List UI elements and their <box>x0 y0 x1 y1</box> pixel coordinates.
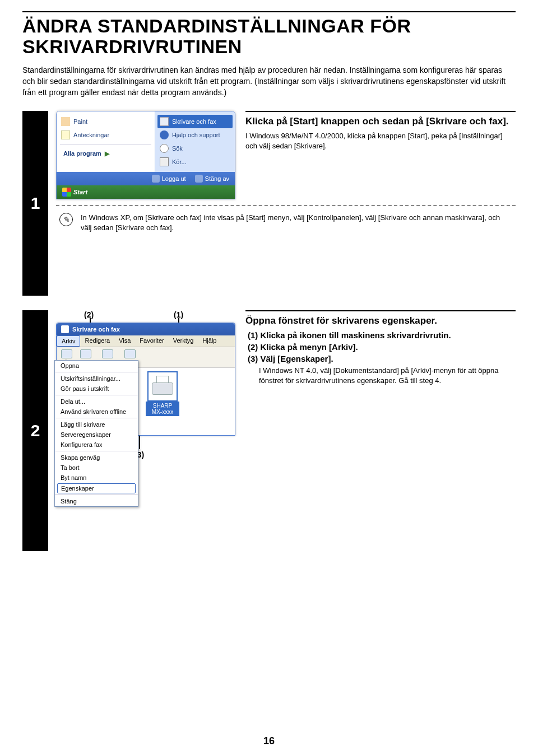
logout-button[interactable]: Logga ut <box>152 175 186 183</box>
ctx-pause[interactable]: Gör paus i utskrift <box>55 384 138 394</box>
ctx-share[interactable]: Dela ut... <box>55 396 138 407</box>
start-menu-item-help[interactable]: Hjälp och support <box>157 128 233 142</box>
shutdown-icon <box>195 175 203 183</box>
ctx-close[interactable]: Stäng <box>55 496 138 506</box>
top-rule <box>22 11 516 12</box>
help-icon <box>160 130 169 139</box>
printer-label: SHARP MX-xxxx <box>146 402 179 416</box>
start-label: Start <box>73 189 87 195</box>
run-icon <box>160 157 169 166</box>
help-label: Hjälp och support <box>172 132 220 138</box>
screenshot-printers-window: (2) (1) Skrivare och fax Arkiv Redigera … <box>56 310 235 450</box>
step-2-heading: Öppna fönstret för skrivarens egenskaper… <box>245 315 516 327</box>
start-menu-item-paint[interactable]: Paint <box>59 115 152 128</box>
ctx-print-settings[interactable]: Utskriftsinställningar... <box>55 374 138 384</box>
page-number: 16 <box>0 735 538 747</box>
printer-driver-icon[interactable] <box>150 374 175 399</box>
dashed-separator <box>56 205 516 206</box>
logout-icon <box>152 175 160 183</box>
taskbar-start-button[interactable]: Start <box>57 185 235 199</box>
shutdown-button[interactable]: Stäng av <box>195 175 229 183</box>
step-1-detail: I Windows 98/Me/NT 4.0/2000, klicka på k… <box>245 131 516 151</box>
folders-icon <box>102 349 113 358</box>
ctx-rename[interactable]: Byt namn <box>55 473 138 483</box>
menu-arkiv[interactable]: Arkiv <box>57 335 80 347</box>
intro-paragraph: Standardinställningarna för skrivardrivr… <box>22 64 516 99</box>
note-icon: ✎ <box>59 213 73 226</box>
step-1-heading: Klicka på [Start] knappen och sedan på [… <box>245 115 516 128</box>
chevron-right-icon: ▶ <box>105 150 109 157</box>
start-menu-item-notes[interactable]: Anteckningar <box>59 128 152 142</box>
ctx-config-fax[interactable]: Konfigurera fax <box>55 440 138 450</box>
ctx-open[interactable]: Öppna <box>55 361 138 371</box>
menu-verktyg[interactable]: Verktyg <box>169 335 198 347</box>
paint-icon <box>61 117 70 126</box>
screenshot-start-menu: Paint Anteckningar Alla program ▶ <box>56 111 235 199</box>
menubar: Arkiv Redigera Visa Favoriter Verktyg Hj… <box>57 335 235 347</box>
note-text: In Windows XP, om [Skrivare och fax] int… <box>81 213 512 233</box>
window-title: Skrivare och fax <box>72 326 120 333</box>
window-icon <box>61 325 69 333</box>
ctx-server-props[interactable]: Serveregenskaper <box>55 430 138 440</box>
search-icon <box>160 144 169 153</box>
ctx-offline[interactable]: Använd skrivaren offline <box>55 407 138 417</box>
ctx-delete[interactable]: Ta bort <box>55 463 138 473</box>
all-programs[interactable]: Alla program ▶ <box>59 147 152 161</box>
window-titlebar[interactable]: Skrivare och fax <box>57 323 235 335</box>
step-1-number: 1 <box>22 111 48 296</box>
start-menu-item-search[interactable]: Sök <box>157 142 233 155</box>
menu-redigera[interactable]: Redigera <box>80 335 114 347</box>
menu-favoriter[interactable]: Favoriter <box>135 335 168 347</box>
page-title: ÄNDRA STANDARDINSTÄLLNINGAR FÖR SKRIVARD… <box>22 16 516 58</box>
paint-label: Paint <box>73 118 87 125</box>
printers-label: Skrivare och fax <box>172 118 216 125</box>
windows-logo-icon <box>62 188 71 197</box>
arkiv-context-menu: Öppna Utskriftsinställningar... Gör paus… <box>54 360 138 507</box>
step-2-sub3: (3) Välj [Egenskaper]. <box>257 354 516 363</box>
run-label: Kör... <box>172 158 187 165</box>
note-row: ✎ In Windows XP, om [Skrivare och fax] i… <box>56 213 516 241</box>
step-2-sub2: (2) Klicka på menyn [Arkiv]. <box>257 342 516 352</box>
printer-icon <box>160 117 169 126</box>
menu-visa[interactable]: Visa <box>114 335 135 347</box>
search-icon <box>80 349 91 358</box>
step-2-number: 2 <box>22 310 48 551</box>
step-2-sub1: (1) Klicka på ikonen till maskinens skri… <box>257 330 516 340</box>
start-menu-item-printers-fax[interactable]: Skrivare och fax <box>157 115 233 128</box>
search-label: Sök <box>172 145 183 152</box>
step-2-detail: I Windows NT 4.0, välj [Dokumentstandard… <box>245 366 516 386</box>
callout-2: (2) <box>84 310 94 319</box>
back-icon <box>61 349 72 358</box>
notes-label: Anteckningar <box>73 132 109 138</box>
start-menu-item-run[interactable]: Kör... <box>157 155 233 169</box>
notepad-icon <box>61 130 70 139</box>
ctx-add-printer[interactable]: Lägg till skrivare <box>55 419 138 430</box>
step-1: 1 Paint Anteckningar <box>22 111 516 296</box>
menu-hjalp[interactable]: Hjälp <box>198 335 221 347</box>
view-icon <box>124 349 136 358</box>
all-programs-label: Alla program <box>63 150 101 157</box>
step-2: 2 (2) (1) Skrivare och fax Arkiv <box>22 310 516 551</box>
ctx-shortcut[interactable]: Skapa genväg <box>55 452 138 463</box>
ctx-properties[interactable]: Egenskaper <box>57 483 136 493</box>
